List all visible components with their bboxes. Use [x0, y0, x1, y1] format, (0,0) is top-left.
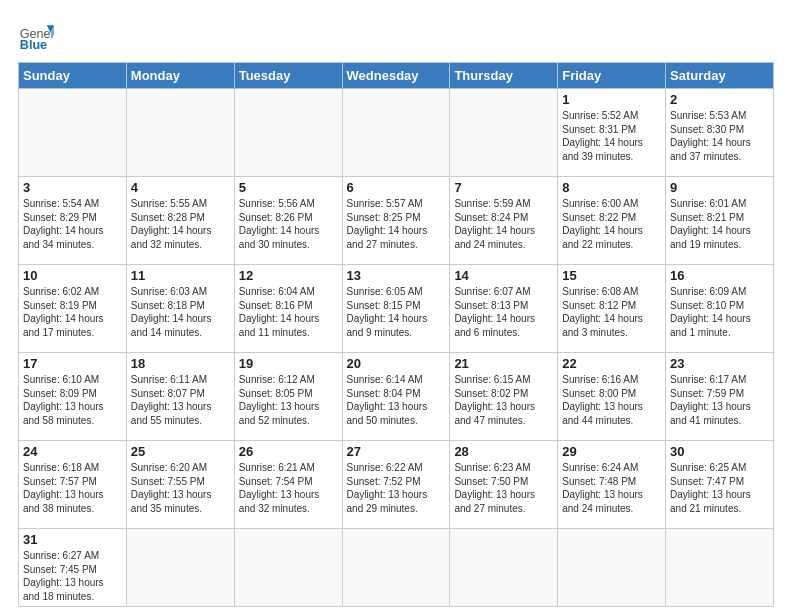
- cell-info: Sunrise: 6:14 AM Sunset: 8:04 PM Dayligh…: [347, 373, 446, 427]
- cell-info: Sunrise: 6:22 AM Sunset: 7:52 PM Dayligh…: [347, 461, 446, 515]
- calendar-cell: 3Sunrise: 5:54 AM Sunset: 8:29 PM Daylig…: [19, 177, 127, 265]
- cell-info: Sunrise: 6:00 AM Sunset: 8:22 PM Dayligh…: [562, 197, 661, 251]
- day-number: 6: [347, 180, 446, 195]
- day-number: 19: [239, 356, 338, 371]
- cell-info: Sunrise: 6:16 AM Sunset: 8:00 PM Dayligh…: [562, 373, 661, 427]
- day-number: 29: [562, 444, 661, 459]
- calendar-cell: 5Sunrise: 5:56 AM Sunset: 8:26 PM Daylig…: [234, 177, 342, 265]
- calendar-cell: 24Sunrise: 6:18 AM Sunset: 7:57 PM Dayli…: [19, 441, 127, 529]
- day-number: 2: [670, 92, 769, 107]
- day-number: 14: [454, 268, 553, 283]
- calendar-week-2: 3Sunrise: 5:54 AM Sunset: 8:29 PM Daylig…: [19, 177, 774, 265]
- cell-info: Sunrise: 6:25 AM Sunset: 7:47 PM Dayligh…: [670, 461, 769, 515]
- calendar-week-1: 1Sunrise: 5:52 AM Sunset: 8:31 PM Daylig…: [19, 89, 774, 177]
- calendar-cell: 31Sunrise: 6:27 AM Sunset: 7:45 PM Dayli…: [19, 529, 127, 607]
- header: General Blue: [18, 18, 774, 54]
- calendar-page: General Blue SundayMondayTuesdayWednesda…: [0, 0, 792, 612]
- calendar-cell: [19, 89, 127, 177]
- cell-info: Sunrise: 6:12 AM Sunset: 8:05 PM Dayligh…: [239, 373, 338, 427]
- weekday-header-sunday: Sunday: [19, 63, 127, 89]
- weekday-header-row: SundayMondayTuesdayWednesdayThursdayFrid…: [19, 63, 774, 89]
- calendar-cell: [234, 89, 342, 177]
- cell-info: Sunrise: 5:56 AM Sunset: 8:26 PM Dayligh…: [239, 197, 338, 251]
- calendar-cell: [450, 89, 558, 177]
- day-number: 18: [131, 356, 230, 371]
- calendar-cell: 10Sunrise: 6:02 AM Sunset: 8:19 PM Dayli…: [19, 265, 127, 353]
- calendar-week-5: 24Sunrise: 6:18 AM Sunset: 7:57 PM Dayli…: [19, 441, 774, 529]
- cell-info: Sunrise: 6:27 AM Sunset: 7:45 PM Dayligh…: [23, 549, 122, 603]
- weekday-header-tuesday: Tuesday: [234, 63, 342, 89]
- day-number: 1: [562, 92, 661, 107]
- cell-info: Sunrise: 5:54 AM Sunset: 8:29 PM Dayligh…: [23, 197, 122, 251]
- calendar-cell: 12Sunrise: 6:04 AM Sunset: 8:16 PM Dayli…: [234, 265, 342, 353]
- calendar-week-6: 31Sunrise: 6:27 AM Sunset: 7:45 PM Dayli…: [19, 529, 774, 607]
- day-number: 26: [239, 444, 338, 459]
- calendar-cell: 4Sunrise: 5:55 AM Sunset: 8:28 PM Daylig…: [126, 177, 234, 265]
- day-number: 16: [670, 268, 769, 283]
- calendar-cell: [666, 529, 774, 607]
- day-number: 31: [23, 532, 122, 547]
- cell-info: Sunrise: 6:03 AM Sunset: 8:18 PM Dayligh…: [131, 285, 230, 339]
- cell-info: Sunrise: 6:09 AM Sunset: 8:10 PM Dayligh…: [670, 285, 769, 339]
- day-number: 10: [23, 268, 122, 283]
- cell-info: Sunrise: 5:55 AM Sunset: 8:28 PM Dayligh…: [131, 197, 230, 251]
- calendar-cell: 25Sunrise: 6:20 AM Sunset: 7:55 PM Dayli…: [126, 441, 234, 529]
- cell-info: Sunrise: 6:07 AM Sunset: 8:13 PM Dayligh…: [454, 285, 553, 339]
- cell-info: Sunrise: 6:05 AM Sunset: 8:15 PM Dayligh…: [347, 285, 446, 339]
- calendar-cell: 18Sunrise: 6:11 AM Sunset: 8:07 PM Dayli…: [126, 353, 234, 441]
- cell-info: Sunrise: 5:53 AM Sunset: 8:30 PM Dayligh…: [670, 109, 769, 163]
- cell-info: Sunrise: 6:18 AM Sunset: 7:57 PM Dayligh…: [23, 461, 122, 515]
- day-number: 25: [131, 444, 230, 459]
- calendar-cell: 26Sunrise: 6:21 AM Sunset: 7:54 PM Dayli…: [234, 441, 342, 529]
- calendar-cell: 11Sunrise: 6:03 AM Sunset: 8:18 PM Dayli…: [126, 265, 234, 353]
- cell-info: Sunrise: 6:08 AM Sunset: 8:12 PM Dayligh…: [562, 285, 661, 339]
- day-number: 7: [454, 180, 553, 195]
- cell-info: Sunrise: 6:10 AM Sunset: 8:09 PM Dayligh…: [23, 373, 122, 427]
- calendar-cell: [126, 529, 234, 607]
- day-number: 23: [670, 356, 769, 371]
- weekday-header-wednesday: Wednesday: [342, 63, 450, 89]
- calendar-table: SundayMondayTuesdayWednesdayThursdayFrid…: [18, 62, 774, 607]
- cell-info: Sunrise: 6:11 AM Sunset: 8:07 PM Dayligh…: [131, 373, 230, 427]
- day-number: 9: [670, 180, 769, 195]
- cell-info: Sunrise: 5:52 AM Sunset: 8:31 PM Dayligh…: [562, 109, 661, 163]
- calendar-cell: [234, 529, 342, 607]
- calendar-cell: 6Sunrise: 5:57 AM Sunset: 8:25 PM Daylig…: [342, 177, 450, 265]
- day-number: 28: [454, 444, 553, 459]
- calendar-cell: 29Sunrise: 6:24 AM Sunset: 7:48 PM Dayli…: [558, 441, 666, 529]
- calendar-cell: [450, 529, 558, 607]
- calendar-cell: 27Sunrise: 6:22 AM Sunset: 7:52 PM Dayli…: [342, 441, 450, 529]
- calendar-week-4: 17Sunrise: 6:10 AM Sunset: 8:09 PM Dayli…: [19, 353, 774, 441]
- calendar-cell: 21Sunrise: 6:15 AM Sunset: 8:02 PM Dayli…: [450, 353, 558, 441]
- cell-info: Sunrise: 6:02 AM Sunset: 8:19 PM Dayligh…: [23, 285, 122, 339]
- cell-info: Sunrise: 5:59 AM Sunset: 8:24 PM Dayligh…: [454, 197, 553, 251]
- weekday-header-monday: Monday: [126, 63, 234, 89]
- day-number: 13: [347, 268, 446, 283]
- calendar-cell: 14Sunrise: 6:07 AM Sunset: 8:13 PM Dayli…: [450, 265, 558, 353]
- calendar-cell: 13Sunrise: 6:05 AM Sunset: 8:15 PM Dayli…: [342, 265, 450, 353]
- cell-info: Sunrise: 6:20 AM Sunset: 7:55 PM Dayligh…: [131, 461, 230, 515]
- day-number: 27: [347, 444, 446, 459]
- cell-info: Sunrise: 6:04 AM Sunset: 8:16 PM Dayligh…: [239, 285, 338, 339]
- calendar-cell: 19Sunrise: 6:12 AM Sunset: 8:05 PM Dayli…: [234, 353, 342, 441]
- weekday-header-saturday: Saturday: [666, 63, 774, 89]
- day-number: 20: [347, 356, 446, 371]
- logo-icon: General Blue: [18, 18, 54, 54]
- day-number: 8: [562, 180, 661, 195]
- cell-info: Sunrise: 6:24 AM Sunset: 7:48 PM Dayligh…: [562, 461, 661, 515]
- calendar-cell: [342, 89, 450, 177]
- calendar-body: 1Sunrise: 5:52 AM Sunset: 8:31 PM Daylig…: [19, 89, 774, 607]
- calendar-week-3: 10Sunrise: 6:02 AM Sunset: 8:19 PM Dayli…: [19, 265, 774, 353]
- calendar-cell: [126, 89, 234, 177]
- calendar-cell: 7Sunrise: 5:59 AM Sunset: 8:24 PM Daylig…: [450, 177, 558, 265]
- day-number: 4: [131, 180, 230, 195]
- cell-info: Sunrise: 6:17 AM Sunset: 7:59 PM Dayligh…: [670, 373, 769, 427]
- day-number: 22: [562, 356, 661, 371]
- day-number: 11: [131, 268, 230, 283]
- cell-info: Sunrise: 6:23 AM Sunset: 7:50 PM Dayligh…: [454, 461, 553, 515]
- logo: General Blue: [18, 18, 54, 54]
- day-number: 15: [562, 268, 661, 283]
- weekday-header-friday: Friday: [558, 63, 666, 89]
- calendar-cell: 20Sunrise: 6:14 AM Sunset: 8:04 PM Dayli…: [342, 353, 450, 441]
- calendar-cell: [558, 529, 666, 607]
